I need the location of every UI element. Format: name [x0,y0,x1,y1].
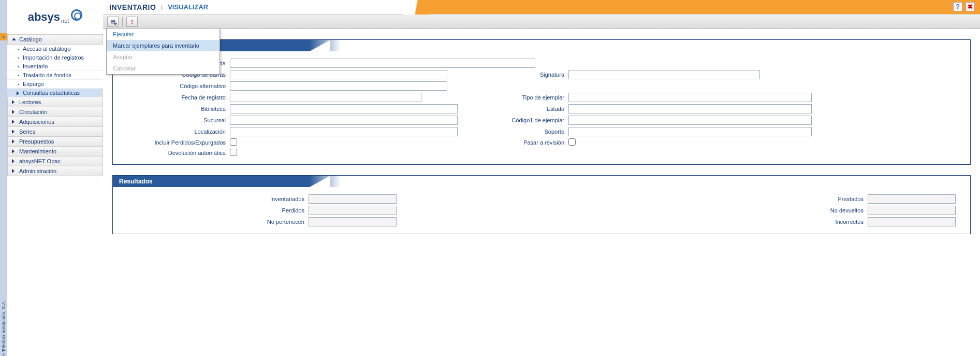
input-fecha-reg[interactable] [230,93,421,102]
logo-main: absys [28,10,60,24]
output-inventariados [309,194,397,204]
page-subtitle: VISUALIZAR [168,3,208,11]
nav-sub-inventario[interactable]: Inventario [7,62,103,71]
input-localizacion[interactable] [230,127,458,136]
results-panel: Resultados Inventariados Prestados Perdi… [112,175,971,234]
checkbox-devolucion[interactable] [230,149,237,156]
label-incorrectos: Incorrectos [795,219,868,225]
dd-marcar[interactable]: Marcar ejemplares para inventario [107,40,220,51]
nav-catalogo-label: Catálogo [19,36,42,42]
dd-cancelar: Cancelar [107,63,220,74]
chevron-right-icon [12,139,14,144]
title-separator: | [161,4,163,10]
logo-sub: net [61,18,69,24]
checkbox-incluir[interactable] [230,138,237,146]
label-localizacion: Localización [122,129,226,135]
nav-administracion[interactable]: Administración [7,166,103,176]
label-codigo1: Código1 de ejemplar [476,117,564,123]
chevron-right-icon [12,120,14,124]
actions-dropdown-button[interactable]: ▤ [107,17,119,27]
chevron-right-icon [12,100,14,104]
copyright-text: ® baratz | Servicios de Teledocumentació… [1,301,6,356]
nav-sub-importacion[interactable]: Importación de registros [7,53,103,62]
label-estado: Estado [476,106,564,112]
header: INVENTARIO | VISUALIZAR ? ✖ [103,0,980,15]
input-estado[interactable] [568,104,812,113]
label-biblioteca: Biblioteca [122,106,226,112]
input-codigo-alt[interactable] [230,81,447,91]
output-no-devueltos [868,206,956,215]
main: INVENTARIO | VISUALIZAR ? ✖ ▤ ! Ejecutar… [103,0,980,356]
dd-ejecutar[interactable]: Ejecutar [107,29,220,40]
nav-opac[interactable]: absysNET Opac [7,156,103,166]
output-perdidos [309,206,397,215]
nav-mantenimiento[interactable]: Mantenimiento [7,147,103,156]
nav-lectores[interactable]: Lectores [7,97,103,107]
input-tipo-ejemplar[interactable] [568,93,812,102]
toolbar-divider [122,17,123,26]
label-incluir: Incluir Perdidos/Expurgados [122,139,226,146]
nav-circulacion[interactable]: Circulación [7,107,103,117]
input-codigo1[interactable] [568,116,812,125]
checkbox-pasar[interactable] [568,138,576,146]
logo-spiral-icon [71,9,82,21]
nav-sub-consultas[interactable]: Consultas estadísticas [7,89,103,97]
nav: Catálogo Acceso al catálogo Importación … [7,34,103,176]
output-prestados [868,194,956,204]
input-soporte[interactable] [568,127,812,136]
nav-sub-acceso[interactable]: Acceso al catálogo [7,45,103,53]
logo: absysnet [7,0,103,34]
nav-presupuestos[interactable]: Presupuestos [7,137,103,147]
page-title: INVENTARIO [109,3,156,11]
output-no-pertenecen [309,217,397,226]
form-panel-header [113,40,970,51]
label-tipo-ejemplar: Tipo de ejemplar [476,94,564,101]
content: Fichero de salida Código de barras Signa… [103,29,980,356]
help-icon[interactable]: ? [953,2,962,11]
chevron-up-icon [12,38,16,40]
toolbar: ▤ ! Ejecutar Marcar ejemplares para inve… [103,15,980,29]
close-icon[interactable]: ✖ [966,2,975,11]
nav-catalogo[interactable]: Catálogo [7,35,103,45]
label-devolucion: Devolución automática [122,150,226,156]
input-signatura[interactable] [568,70,760,79]
actions-dropdown-menu: Ejecutar Marcar ejemplares para inventar… [106,28,220,75]
label-inventariados: Inventariados [122,196,309,202]
chevron-right-icon [12,169,14,173]
results-panel-header: Resultados [113,176,970,187]
label-signatura: Signatura [476,72,564,78]
label-no-devueltos: No devueltos [795,207,868,213]
chevron-right-icon [12,149,14,153]
chevron-right-icon [12,130,14,134]
nav-sub-traslado[interactable]: Traslado de fondos [7,71,103,80]
label-pasar: Pasar a revisión [476,139,564,146]
label-fecha-reg: Fecha de registro [122,94,226,101]
input-sucursal[interactable] [230,116,458,125]
output-incorrectos [868,217,956,226]
document-icon: ▤ [110,18,115,25]
collapse-sidebar-icon[interactable]: « [0,33,7,40]
nav-sub-expurgo[interactable]: Expurgo [7,80,103,89]
input-codigo-barras[interactable] [230,70,447,79]
label-prestados: Prestados [795,196,868,202]
header-decoration [403,0,429,15]
nav-series[interactable]: Series [7,127,103,137]
label-sucursal: Sucursal [122,117,226,123]
dd-aceptar: Aceptar [107,51,220,63]
nav-adquisiciones[interactable]: Adquisiciones [7,117,103,127]
copyright-strip: « ® baratz | Servicios de Teledocumentac… [0,0,7,356]
input-fichero[interactable] [230,59,535,68]
chevron-right-icon [12,110,14,114]
input-biblioteca[interactable] [230,104,458,113]
chevron-right-icon [12,159,14,163]
label-codigo-alt: Código alternativo [122,83,226,89]
execute-button[interactable]: ! [126,17,138,27]
label-no-pertenecen: No pertenecen [122,219,309,225]
label-soporte: Soporte [476,129,564,135]
sidebar: absysnet Catálogo Acceso al catálogo Imp… [7,0,103,356]
form-panel: Fichero de salida Código de barras Signa… [112,39,971,165]
label-perdidos: Perdidos [122,207,309,213]
